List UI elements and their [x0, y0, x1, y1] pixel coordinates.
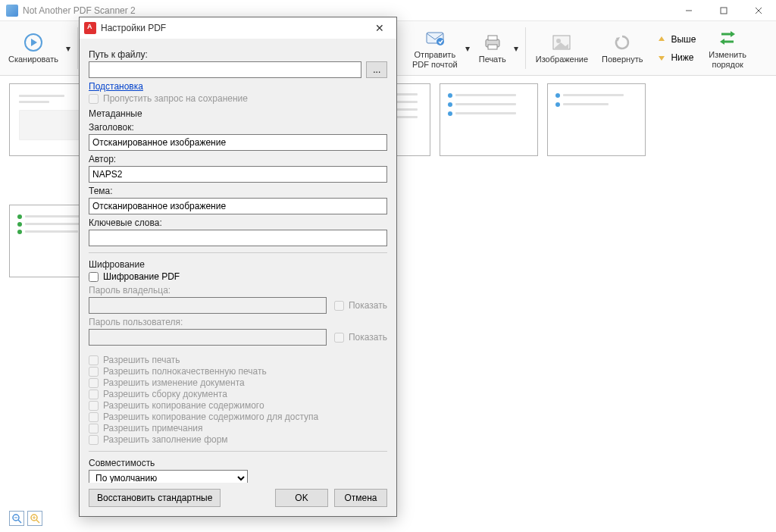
scan-label: Сканировать [8, 55, 58, 64]
dialog-titlebar: Настройки PDF ✕ [80, 17, 396, 39]
move-buttons: Выше Ниже [649, 23, 702, 74]
image-label: Изображение [536, 55, 588, 64]
zoom-in-button[interactable] [27, 511, 42, 526]
compat-header: Совместимость [89, 458, 387, 468]
user-password-label: Пароль пользователя: [89, 317, 387, 327]
arrow-down-icon [656, 52, 668, 64]
svg-rect-9 [488, 36, 497, 40]
dialog-title: Настройки PDF [101, 23, 368, 33]
svg-marker-15 [659, 56, 665, 61]
image-icon [551, 32, 572, 53]
minimize-button[interactable] [671, 0, 706, 21]
perm-copy-checkbox: Разрешить копирование содержимого [89, 400, 387, 411]
scan-button[interactable]: Сканировать ▾ [3, 23, 74, 74]
perm-annot-checkbox: Разрешить примечания [89, 423, 387, 433]
subject-input[interactable] [89, 198, 387, 214]
owner-password-input [89, 297, 327, 314]
svg-line-22 [36, 520, 39, 523]
send-pdf-dropdown[interactable]: ▾ [462, 43, 473, 54]
scan-dropdown[interactable]: ▾ [63, 43, 74, 54]
metadata-header: Метаданные [89, 108, 387, 119]
reorder-icon [717, 27, 738, 49]
print-button[interactable]: Печать ▾ [474, 23, 522, 74]
reorder-label: Изменить порядок [709, 50, 746, 68]
encrypt-pdf-checkbox[interactable]: Шифрование PDF [89, 271, 387, 282]
svg-marker-16 [731, 31, 735, 37]
perm-assembly-checkbox: Разрешить сборку документа [89, 389, 387, 399]
substitution-link[interactable]: Подстановка [89, 81, 143, 92]
ok-button[interactable]: OK [275, 489, 328, 507]
svg-line-19 [18, 520, 21, 523]
cancel-button[interactable]: Отмена [334, 489, 387, 507]
path-input[interactable] [89, 61, 361, 78]
dialog-close-button[interactable]: ✕ [368, 19, 392, 37]
encryption-header: Шифрование [89, 259, 387, 270]
skip-save-prompt-checkbox: Пропустить запрос на сохранение [89, 93, 387, 104]
thumbnail[interactable] [440, 83, 538, 156]
close-button[interactable] [741, 0, 776, 21]
send-pdf-button[interactable]: Отправить PDF почтой ▾ [407, 23, 474, 74]
pdf-icon [84, 22, 96, 34]
perm-print-checkbox: Разрешить печать [89, 355, 387, 365]
encrypt-pdf-label: Шифрование PDF [103, 271, 180, 282]
move-up-label: Выше [671, 34, 696, 45]
svg-marker-17 [720, 39, 724, 45]
pdf-settings-dialog: Настройки PDF ✕ Путь к файлу: ... Подста… [79, 17, 397, 517]
rotate-button[interactable]: Повернуть [595, 23, 649, 74]
thumbnail[interactable] [547, 83, 646, 156]
restore-defaults-button[interactable]: Восстановить стандартные [89, 489, 221, 507]
author-label: Автор: [89, 154, 387, 164]
send-pdf-label: Отправить PDF почтой [412, 50, 458, 68]
show-user-password-checkbox: Показать [334, 332, 387, 343]
envelope-icon [424, 27, 446, 49]
svg-marker-5 [31, 39, 37, 46]
zoom-controls [9, 511, 42, 526]
keywords-input[interactable] [89, 230, 387, 246]
author-input[interactable] [89, 166, 387, 183]
perm-hqprint-checkbox: Разрешить полнокачественную печать [89, 366, 387, 377]
keywords-label: Ключевые слова: [89, 217, 387, 228]
printer-icon [482, 32, 503, 53]
subject-label: Тема: [89, 186, 387, 196]
image-button[interactable]: Изображение [529, 23, 595, 74]
svg-marker-14 [659, 36, 665, 41]
show-owner-password-checkbox: Показать [334, 300, 387, 311]
reorder-button[interactable]: Изменить порядок [702, 23, 753, 74]
perm-form-checkbox: Разрешить заполнение форм [89, 434, 387, 445]
play-icon [23, 32, 44, 53]
user-password-input [89, 329, 327, 346]
move-up-button[interactable]: Выше [652, 32, 699, 47]
dialog-footer: Восстановить стандартные OK Отмена [80, 483, 396, 516]
compat-select[interactable]: По умолчанию [89, 470, 248, 483]
zoom-out-button[interactable] [9, 511, 24, 526]
perm-modify-checkbox: Разрешить изменение документа [89, 377, 387, 388]
svg-rect-1 [721, 8, 727, 14]
svg-point-7 [436, 38, 444, 45]
print-dropdown[interactable]: ▾ [511, 43, 521, 54]
window-title: Not Another PDF Scanner 2 [23, 5, 770, 16]
rotate-icon [612, 32, 633, 53]
move-down-button[interactable]: Ниже [652, 50, 699, 65]
path-label: Путь к файлу: [89, 49, 387, 60]
svg-rect-10 [488, 45, 497, 49]
skip-save-prompt-label: Пропустить запрос на сохранение [103, 93, 248, 104]
svg-point-12 [556, 39, 561, 43]
app-icon [6, 5, 18, 17]
print-label: Печать [479, 55, 506, 64]
perm-copyaccess-checkbox: Разрешить копирование содержимого для до… [89, 412, 387, 422]
title-input[interactable] [89, 134, 387, 151]
move-down-label: Ниже [671, 52, 693, 63]
browse-button[interactable]: ... [366, 61, 387, 78]
owner-password-label: Пароль владельца: [89, 285, 387, 296]
maximize-button[interactable] [706, 0, 741, 21]
title-label: Заголовок: [89, 122, 387, 133]
arrow-up-icon [656, 33, 668, 45]
rotate-label: Повернуть [602, 55, 643, 64]
